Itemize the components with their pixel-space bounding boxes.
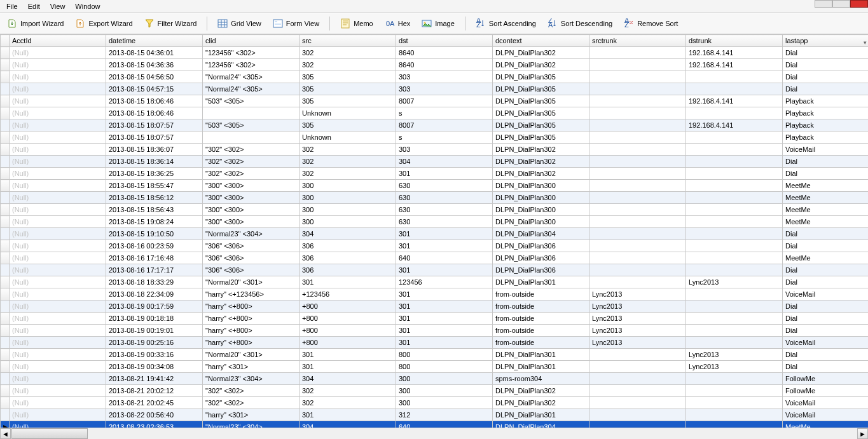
cell-clid[interactable]: "302" <302> [203, 397, 300, 409]
cell-dstrunk[interactable] [686, 373, 783, 385]
cell-datetime[interactable]: 2013-08-19 00:33:16 [106, 349, 203, 361]
cell-lastapp[interactable]: Playback [783, 95, 869, 107]
cell-lastapp[interactable]: Dial [783, 361, 869, 373]
row-header[interactable] [1, 192, 10, 204]
cell-datetime[interactable]: 2013-08-16 00:23:59 [106, 240, 203, 252]
cell-dst[interactable]: 301 [396, 228, 493, 240]
cell-dst[interactable]: 800 [396, 361, 493, 373]
row-header[interactable] [1, 156, 10, 168]
cell-acctid[interactable]: (Null) [10, 276, 106, 288]
cell-acctid[interactable]: (Null) [10, 47, 106, 59]
row-header[interactable] [1, 107, 10, 119]
cell-dst[interactable]: 300 [396, 385, 493, 397]
row-header[interactable] [1, 168, 10, 180]
table-row[interactable]: (Null)2013-08-19 00:34:08"harry" <301>30… [1, 361, 869, 373]
data-grid[interactable]: AcctIddatetimeclidsrcdstdcontextsrctrunk… [0, 34, 868, 428]
cell-dstrunk[interactable] [686, 397, 783, 409]
row-header[interactable] [1, 301, 10, 313]
image-button[interactable]: Image [417, 16, 459, 31]
cell-datetime[interactable]: 2013-08-19 00:25:16 [106, 337, 203, 349]
menu-edit[interactable]: Edit [23, 1, 45, 11]
cell-datetime[interactable]: 2013-08-16 17:16:48 [106, 252, 203, 264]
form-view-button[interactable]: Form View [268, 16, 324, 31]
cell-dst[interactable]: 8007 [396, 95, 493, 107]
cell-acctid[interactable]: (Null) [10, 264, 106, 276]
table-row[interactable]: (Null)2013-08-19 00:17:59"harry" <+800>+… [1, 301, 869, 313]
cell-lastapp[interactable]: Dial [783, 276, 869, 288]
cell-dstrunk[interactable] [686, 385, 783, 397]
cell-clid[interactable]: "503" <305> [203, 119, 300, 132]
cell-src[interactable]: Unknown [300, 107, 396, 119]
column-header-acctid[interactable]: AcctId [10, 35, 106, 47]
row-header[interactable] [1, 385, 10, 397]
table-row[interactable]: (Null)2013-08-18 22:34:09"harry" <+12345… [1, 288, 869, 301]
horizontal-scrollbar[interactable]: ◄ ► [0, 428, 868, 439]
row-header[interactable] [1, 409, 10, 421]
cell-acctid[interactable]: (Null) [10, 119, 106, 132]
cell-datetime[interactable]: 2013-08-15 18:07:57 [106, 119, 203, 132]
cell-clid[interactable]: "300" <300> [203, 216, 300, 228]
cell-lastapp[interactable]: MeetMe [783, 252, 869, 264]
cell-acctid[interactable]: (Null) [10, 168, 106, 180]
cell-srctrunk[interactable] [589, 156, 686, 168]
cell-acctid[interactable]: (Null) [10, 132, 106, 144]
column-header-srctrunk[interactable]: srctrunk [589, 35, 686, 47]
cell-acctid[interactable]: (Null) [10, 421, 106, 428]
cell-lastapp[interactable]: MeetMe [783, 192, 869, 204]
cell-dst[interactable]: 123456 [396, 276, 493, 288]
cell-src[interactable]: 300 [300, 192, 396, 204]
cell-src[interactable]: 304 [300, 228, 396, 240]
cell-dst[interactable]: 630 [396, 204, 493, 216]
cell-dst[interactable]: 312 [396, 409, 493, 421]
cell-dstrunk[interactable] [686, 264, 783, 276]
cell-acctid[interactable]: (Null) [10, 397, 106, 409]
row-header[interactable]: ▶ [1, 421, 10, 428]
scroll-right-button[interactable]: ► [857, 428, 868, 439]
cell-clid[interactable]: "Normal24" <305> [203, 71, 300, 83]
row-header[interactable] [1, 240, 10, 252]
cell-datetime[interactable]: 2013-08-15 18:07:57 [106, 132, 203, 144]
table-row[interactable]: (Null)2013-08-16 17:17:17"306" <306>3063… [1, 264, 869, 276]
cell-acctid[interactable]: (Null) [10, 373, 106, 385]
cell-clid[interactable]: "302" <302> [203, 156, 300, 168]
cell-datetime[interactable]: 2013-08-19 00:34:08 [106, 361, 203, 373]
cell-dst[interactable]: 640 [396, 252, 493, 264]
cell-src[interactable]: 304 [300, 373, 396, 385]
cell-lastapp[interactable]: Playback [783, 132, 869, 144]
table-row[interactable]: (Null)2013-08-15 04:36:01"123456" <302>3… [1, 47, 869, 59]
cell-clid[interactable]: "503" <305> [203, 95, 300, 107]
cell-acctid[interactable]: (Null) [10, 288, 106, 301]
row-header[interactable] [1, 59, 10, 71]
cell-src[interactable]: 302 [300, 385, 396, 397]
cell-datetime[interactable]: 2013-08-15 18:06:46 [106, 95, 203, 107]
table-row[interactable]: (Null)2013-08-15 18:07:57"503" <305>3058… [1, 119, 869, 132]
cell-datetime[interactable]: 2013-08-22 00:56:40 [106, 409, 203, 421]
cell-dst[interactable]: 301 [396, 325, 493, 337]
cell-acctid[interactable]: (Null) [10, 144, 106, 156]
table-row[interactable]: (Null)2013-08-15 18:06:46UnknownsDLPN_Di… [1, 107, 869, 119]
cell-dstrunk[interactable]: 192.168.4.141 [686, 47, 783, 59]
cell-src[interactable]: 301 [300, 276, 396, 288]
table-row[interactable]: (Null)2013-08-15 19:10:50"Normal23" <304… [1, 228, 869, 240]
cell-srctrunk[interactable] [589, 252, 686, 264]
cell-src[interactable]: 302 [300, 168, 396, 180]
cell-src[interactable]: 305 [300, 71, 396, 83]
menu-window[interactable]: Window [70, 1, 105, 11]
cell-acctid[interactable]: (Null) [10, 240, 106, 252]
cell-clid[interactable]: "300" <300> [203, 204, 300, 216]
cell-srctrunk[interactable] [589, 228, 686, 240]
cell-dst[interactable]: 8007 [396, 119, 493, 132]
cell-srctrunk[interactable]: Lync2013 [589, 301, 686, 313]
cell-acctid[interactable]: (Null) [10, 59, 106, 71]
cell-acctid[interactable]: (Null) [10, 325, 106, 337]
cell-srctrunk[interactable] [589, 59, 686, 71]
cell-srctrunk[interactable]: Lync2013 [589, 288, 686, 301]
cell-dcontext[interactable]: DLPN_DialPlan306 [493, 264, 589, 276]
cell-src[interactable]: 300 [300, 180, 396, 192]
cell-dst[interactable]: 8640 [396, 47, 493, 59]
row-header[interactable] [1, 325, 10, 337]
cell-dcontext[interactable]: DLPN_DialPlan302 [493, 385, 589, 397]
cell-clid[interactable]: "302" <302> [203, 385, 300, 397]
cell-lastapp[interactable]: VoiceMail [783, 409, 869, 421]
cell-srctrunk[interactable] [589, 361, 686, 373]
